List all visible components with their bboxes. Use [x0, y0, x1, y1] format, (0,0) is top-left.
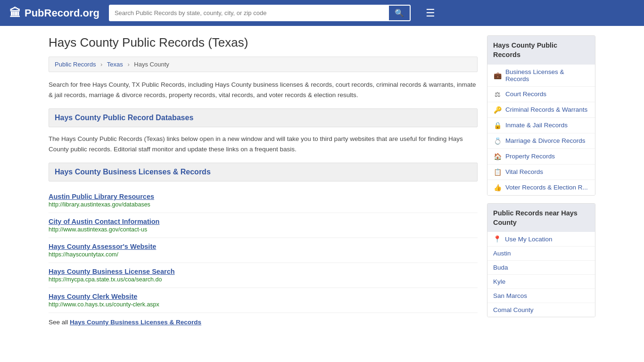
sidebar-public-records-items: 💼 Business Licenses & Records ⚖ Court Re…	[487, 65, 595, 195]
business-section-header: Hays County Business Licenses & Records	[49, 163, 478, 181]
see-all-link[interactable]: Hays County Business Licenses & Records	[70, 319, 201, 326]
sidebar-item-label-inmate: Inmate & Jail Records	[505, 122, 568, 129]
sidebar-item-voter-records[interactable]: 👍 Voter Records & Election R...	[487, 180, 595, 195]
record-link-assessor: Hays County Assessor's Website https://h…	[49, 238, 478, 263]
sidebar-nearby-header: Public Records near HaysCounty	[487, 204, 595, 232]
sidebar-item-vital-records[interactable]: 📋 Vital Records	[487, 165, 595, 180]
sidebar-nearby-buda[interactable]: Buda	[487, 261, 595, 275]
sidebar-item-label-property: Property Records	[505, 153, 555, 160]
sidebar-item-inmate-records[interactable]: 🔒 Inmate & Jail Records	[487, 118, 595, 133]
use-my-location-label: Use My Location	[505, 236, 553, 243]
briefcase-icon: 💼	[493, 72, 502, 79]
record-link-city-austin: City of Austin Contact Information http:…	[49, 213, 478, 238]
austin-library-url: http://library.austintexas.gov/databases	[49, 201, 478, 208]
sidebar-item-label-court: Court Records	[505, 90, 546, 98]
sidebar-item-label-business: Business Licenses & Records	[505, 68, 589, 82]
search-bar: 🔍	[109, 5, 411, 21]
sidebar: Hays County PublicRecords 💼 Business Lic…	[487, 35, 595, 326]
breadcrumb: Public Records › Texas › Hays County	[49, 57, 478, 72]
lock-icon: 🔒	[493, 122, 502, 129]
sidebar-item-property-records[interactable]: 🏠 Property Records	[487, 149, 595, 165]
clerk-url: http://www.co.hays.tx.us/county-clerk.as…	[49, 301, 478, 308]
rings-icon: 💍	[493, 137, 502, 145]
breadcrumb-sep-1: ›	[100, 61, 102, 68]
breadcrumb-public-records[interactable]: Public Records	[55, 61, 96, 68]
page-title: Hays County Public Records (Texas)	[49, 35, 478, 50]
clipboard-icon: 📋	[493, 168, 502, 176]
scales-icon: ⚖	[493, 90, 502, 98]
sidebar-public-records-box: Hays County PublicRecords 💼 Business Lic…	[487, 35, 595, 196]
db-description: The Hays County Public Records (Texas) l…	[49, 134, 478, 154]
menu-button[interactable]: ☰	[422, 5, 439, 21]
logo-icon: 🏛	[9, 7, 21, 20]
record-link-business-license: Hays County Business License Search http…	[49, 263, 478, 288]
record-link-austin-library: Austin Public Library Resources http://l…	[49, 188, 478, 213]
thumbsup-icon: 👍	[493, 184, 502, 191]
breadcrumb-sep-2: ›	[127, 61, 129, 68]
sidebar-item-criminal-records[interactable]: 🔑 Criminal Records & Warrants	[487, 102, 595, 118]
sidebar-nearby-san-marcos[interactable]: San Marcos	[487, 289, 595, 303]
sidebar-nearby-box: Public Records near HaysCounty 📍 Use My …	[487, 203, 595, 318]
business-license-url: https://mycpa.cpa.state.tx.us/coa/search…	[49, 276, 478, 283]
sidebar-item-label-voter: Voter Records & Election R...	[505, 184, 588, 191]
sidebar-public-records-header: Hays County PublicRecords	[487, 36, 595, 65]
sidebar-nearby-comal-county[interactable]: Comal County	[487, 303, 595, 317]
sidebar-item-business-licenses[interactable]: 💼 Business Licenses & Records	[487, 65, 595, 87]
sidebar-nearby-austin[interactable]: Austin	[487, 247, 595, 261]
sidebar-item-court-records[interactable]: ⚖ Court Records	[487, 87, 595, 102]
city-austin-url: http://www.austintexas.gov/contact-us	[49, 226, 478, 233]
city-austin-link[interactable]: City of Austin Contact Information	[49, 218, 159, 225]
sidebar-item-label-vital: Vital Records	[505, 168, 543, 175]
sidebar-nearby-items: 📍 Use My Location Austin Buda Kyle San M…	[487, 232, 595, 317]
search-button[interactable]: 🔍	[389, 5, 411, 21]
location-pin-icon: 📍	[493, 235, 501, 243]
sidebar-item-label-marriage: Marriage & Divorce Records	[505, 137, 586, 144]
logo-text: PubRecord.org	[25, 7, 99, 19]
databases-section-header: Hays County Public Record Databases	[49, 108, 478, 127]
breadcrumb-hays-county: Hays County	[134, 61, 169, 68]
search-input[interactable]	[109, 5, 389, 21]
site-logo[interactable]: 🏛 PubRecord.org	[9, 7, 99, 20]
sidebar-item-marriage-records[interactable]: 💍 Marriage & Divorce Records	[487, 133, 595, 149]
sidebar-item-label-criminal: Criminal Records & Warrants	[505, 106, 587, 113]
sidebar-nearby-kyle[interactable]: Kyle	[487, 275, 595, 289]
page-description: Search for free Hays County, TX Public R…	[49, 80, 478, 100]
record-link-clerk: Hays County Clerk Website http://www.co.…	[49, 288, 478, 313]
see-all-text: See all Hays County Business Licenses & …	[49, 319, 478, 326]
assessor-url: https://hayscountytax.com/	[49, 251, 478, 258]
business-license-link[interactable]: Hays County Business License Search	[49, 268, 175, 275]
assessor-link[interactable]: Hays County Assessor's Website	[49, 243, 156, 250]
main-content: Hays County Public Records (Texas) Publi…	[49, 35, 478, 326]
clerk-link[interactable]: Hays County Clerk Website	[49, 293, 137, 300]
house-icon: 🏠	[493, 153, 502, 160]
key-icon: 🔑	[493, 106, 502, 114]
breadcrumb-texas[interactable]: Texas	[107, 61, 123, 68]
austin-library-link[interactable]: Austin Public Library Resources	[49, 193, 154, 200]
sidebar-use-location[interactable]: 📍 Use My Location	[487, 232, 595, 247]
